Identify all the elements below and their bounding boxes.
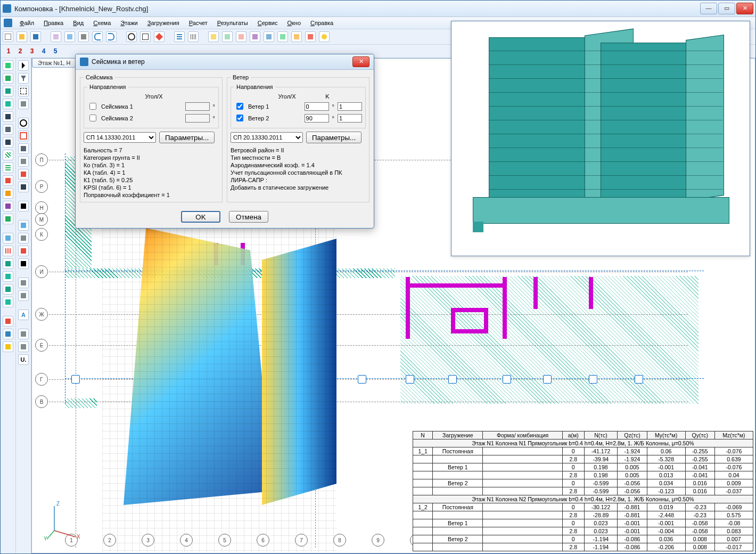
table-row[interactable]: 2.8-28.89-0.881-2.448-0.230.575 xyxy=(413,511,753,519)
load-number[interactable]: 5 xyxy=(51,47,60,55)
view-icon[interactable] xyxy=(3,284,13,295)
text-u-icon[interactable]: U. xyxy=(18,354,29,365)
tool-icon[interactable] xyxy=(18,99,29,109)
arrows-icon[interactable] xyxy=(18,201,29,211)
menu-scheme[interactable]: Схема xyxy=(89,19,115,27)
tool-icon[interactable] xyxy=(18,329,29,339)
table-row[interactable]: Ветер 20-1.194-0.0860.0360.0080.007 xyxy=(413,535,753,543)
toggle-icon[interactable] xyxy=(236,31,246,42)
tool-icon[interactable] xyxy=(78,31,89,42)
menu-view[interactable]: Вид xyxy=(69,19,88,27)
table-row[interactable]: Ветер 100.023-0.001-0.001-0.058-0.08 xyxy=(413,519,753,527)
titlebar[interactable]: Компоновка - [Khmelnicki_New_Rostv.chg] … xyxy=(1,1,755,17)
table-row[interactable]: 2.80.023-0.001-0.004-0.0580.083 xyxy=(413,527,753,535)
load-icon[interactable] xyxy=(3,175,13,186)
table-row[interactable]: 1_2Постоянная0-30.122-0.8810.019-0.23-0.… xyxy=(413,503,753,511)
view-icon[interactable] xyxy=(3,258,13,269)
wind2-k-input[interactable] xyxy=(338,114,362,123)
open-icon[interactable] xyxy=(17,31,27,42)
load-number[interactable]: 2 xyxy=(15,47,25,55)
wind2-checkbox[interactable] xyxy=(236,115,243,121)
preview-3d-panel[interactable] xyxy=(451,21,750,256)
table-row[interactable]: 2.8-0.599-0.056-0.1230.016-0.037 xyxy=(413,487,753,495)
seismic-params-button[interactable]: Параметры... xyxy=(159,132,215,143)
view-icon[interactable] xyxy=(3,233,13,243)
grid-icon[interactable] xyxy=(3,162,13,173)
table-row[interactable]: 2.8-39.94-1.924-5.328-0.2550.639 xyxy=(413,455,753,463)
line-icon[interactable] xyxy=(3,111,13,122)
new-icon[interactable] xyxy=(3,31,13,42)
results-table[interactable]: N Загружение Форма/ комбинация a(м) N(тс… xyxy=(413,431,753,551)
tool-icon[interactable] xyxy=(18,290,29,301)
wind2-angle-input[interactable] xyxy=(305,114,329,123)
tool-icon[interactable] xyxy=(305,31,316,42)
node-icon[interactable] xyxy=(18,118,29,128)
line-icon[interactable] xyxy=(3,137,13,148)
view-icon[interactable] xyxy=(3,246,13,256)
support-icon[interactable] xyxy=(3,201,13,211)
rect-icon[interactable] xyxy=(18,131,29,141)
support-icon[interactable] xyxy=(3,214,13,224)
table-row[interactable]: Ветер 20-0.599-0.0560.0340.0160.009 xyxy=(413,479,753,487)
settings-icon[interactable] xyxy=(250,31,260,42)
menu-edit[interactable]: Правка xyxy=(39,19,68,27)
wind1-checkbox[interactable] xyxy=(236,103,243,110)
redo-icon[interactable] xyxy=(106,31,117,42)
tool-icon[interactable] xyxy=(3,188,13,199)
tool-icon[interactable] xyxy=(18,278,29,288)
tool-icon[interactable] xyxy=(18,233,29,243)
table-row[interactable]: 1_1Постоянная0-41.172-1.9240.06-0.255-0.… xyxy=(413,447,753,455)
menu-service[interactable]: Сервис xyxy=(253,19,282,27)
menu-file[interactable]: Файл xyxy=(15,19,38,27)
column-icon[interactable] xyxy=(3,60,13,71)
dialog-close-button[interactable]: ✕ xyxy=(352,56,369,67)
load-number[interactable]: 4 xyxy=(39,47,48,55)
draw-icon[interactable] xyxy=(3,329,13,339)
zoom-icon[interactable] xyxy=(126,31,137,42)
slab-icon[interactable] xyxy=(3,99,13,109)
tool-icon[interactable] xyxy=(291,31,302,42)
toggle-icon[interactable] xyxy=(208,31,219,42)
draw-icon[interactable] xyxy=(3,316,13,327)
tool-icon[interactable] xyxy=(64,31,75,42)
tool-icon[interactable] xyxy=(264,31,274,42)
cancel-button[interactable]: Отмена xyxy=(229,211,268,223)
wind1-angle-input[interactable] xyxy=(305,102,329,111)
seismic-code-select[interactable]: СП 14.13330.2011 xyxy=(84,132,156,143)
menu-loads[interactable]: Загружения xyxy=(143,19,184,27)
text-a-icon[interactable]: A xyxy=(18,309,29,320)
floor-tab[interactable]: Этаж №1, H xyxy=(32,59,76,68)
zoom-fit-icon[interactable] xyxy=(140,31,151,42)
menu-results[interactable]: Результаты xyxy=(213,19,252,27)
load-number[interactable]: 1 xyxy=(4,47,13,55)
close-button[interactable]: ✕ xyxy=(736,3,753,14)
view-icon[interactable] xyxy=(3,271,13,282)
seismic1-angle-input[interactable] xyxy=(185,102,210,111)
menu-calc[interactable]: Расчет xyxy=(185,19,212,27)
table-row[interactable]: Ветер 100.1980.005-0.001-0.041-0.076 xyxy=(413,463,753,471)
pencil-icon[interactable] xyxy=(154,31,165,42)
table-row[interactable]: 2.8-1.194-0.086-0.2060.008-0.017 xyxy=(413,543,753,551)
tool-icon[interactable] xyxy=(18,169,29,180)
menu-floors[interactable]: Этажи xyxy=(116,19,142,27)
seismic2-checkbox[interactable] xyxy=(89,115,96,121)
table-row[interactable]: 2.80.1980.0050.013-0.0410.04 xyxy=(413,471,753,479)
seismic-wind-dialog[interactable]: Сейсмика и ветер ✕ Сейсмика Направления … xyxy=(75,54,374,229)
tool-icon[interactable] xyxy=(277,31,288,42)
wall-icon[interactable] xyxy=(3,86,13,96)
maximize-button[interactable]: ▭ xyxy=(718,3,735,14)
hatched-icon[interactable] xyxy=(3,150,13,160)
tool-icon[interactable] xyxy=(51,31,61,42)
minimize-button[interactable]: — xyxy=(700,3,717,14)
scissors-icon[interactable] xyxy=(18,258,29,269)
tool-icon[interactable] xyxy=(18,156,29,167)
filter-icon[interactable] xyxy=(18,73,29,84)
tool-icon[interactable] xyxy=(18,246,29,256)
wind-params-button[interactable]: Параметры... xyxy=(306,132,361,143)
select-icon[interactable] xyxy=(18,86,29,96)
beam-icon[interactable] xyxy=(3,73,13,84)
ok-button[interactable]: OK xyxy=(181,211,220,223)
toggle-icon[interactable] xyxy=(222,31,233,42)
grid-icon[interactable] xyxy=(188,31,199,42)
menu-help[interactable]: Справка xyxy=(306,19,338,27)
